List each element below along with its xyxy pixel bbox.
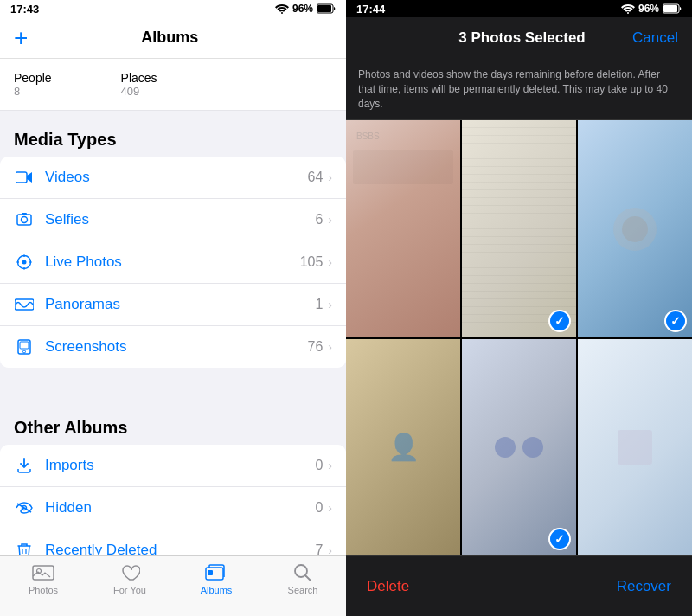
svg-line-26: [306, 576, 311, 581]
imports-label: Imports: [45, 457, 315, 474]
panoramas-label: Panoramas: [45, 296, 315, 313]
recently-deleted-chevron: ›: [328, 543, 332, 555]
svg-rect-15: [20, 342, 29, 349]
photos-tab-icon: [32, 563, 54, 582]
hidden-label: Hidden: [45, 499, 315, 517]
album-item-imports[interactable]: Imports 0 ›: [0, 445, 346, 487]
media-types-list: Videos 64 › Selfies 6 ›: [0, 157, 346, 368]
svg-rect-24: [208, 570, 213, 575]
for-you-tab-label: For You: [113, 585, 146, 595]
selection-badge-3: ✓: [664, 310, 687, 332]
warning-banner: Photos and videos show the days remainin…: [346, 59, 692, 120]
albums-scroll[interactable]: People 8 Places 409 Media Types Videos: [0, 59, 346, 555]
status-icons-left: 96%: [275, 3, 336, 15]
svg-point-8: [22, 260, 27, 265]
tab-bar: Photos For You Albums Search: [0, 555, 346, 616]
photo-cell-3[interactable]: ✓: [578, 120, 692, 337]
places-label: Places: [121, 71, 157, 85]
imports-icon: [14, 455, 35, 476]
people-places-row: People 8 Places 409: [0, 59, 346, 111]
svg-point-0: [281, 12, 283, 14]
people-count: 8: [14, 85, 52, 98]
selfies-label: Selfies: [45, 211, 315, 228]
people-label: People: [14, 71, 52, 85]
svg-rect-29: [663, 5, 677, 12]
photos-tab-label: Photos: [29, 585, 58, 595]
tab-for-you[interactable]: For You: [86, 563, 173, 595]
status-icons-right: 96%: [621, 3, 682, 15]
panorama-icon: [14, 294, 35, 315]
photos-selected-title: 3 Photos Selected: [458, 29, 585, 47]
selfies-chevron: ›: [328, 213, 332, 227]
videos-label: Videos: [45, 169, 308, 186]
wifi-icon-right: [621, 3, 635, 14]
svg-rect-3: [16, 172, 27, 183]
tab-photos[interactable]: Photos: [0, 563, 86, 595]
svg-point-5: [22, 217, 28, 223]
live-photos-icon: [14, 252, 35, 273]
status-bar-right: 17:44 96%: [346, 0, 692, 17]
time-left: 17:43: [10, 3, 39, 16]
photo-cell-6[interactable]: [578, 339, 692, 555]
photo-cell-1[interactable]: BSBS: [346, 120, 460, 337]
svg-rect-21: [33, 566, 54, 580]
imports-count: 0: [315, 458, 323, 473]
panoramas-count: 1: [315, 297, 323, 312]
svg-rect-6: [22, 213, 27, 215]
recover-button[interactable]: Recover: [617, 578, 671, 595]
tab-search[interactable]: Search: [260, 563, 346, 595]
for-you-tab-icon: [119, 563, 140, 582]
albums-title: Albums: [141, 29, 198, 47]
panoramas-chevron: ›: [328, 298, 332, 311]
videos-count: 64: [308, 170, 324, 185]
delete-button[interactable]: Delete: [367, 578, 409, 595]
selfie-icon: [14, 209, 35, 230]
add-album-button[interactable]: +: [14, 26, 28, 50]
status-bar-left: 17:43 96%: [0, 0, 346, 17]
album-item-recently-deleted[interactable]: Recently Deleted 7 ›: [0, 529, 346, 555]
video-icon: [14, 167, 35, 188]
people-item[interactable]: People 8: [14, 71, 52, 98]
screenshots-count: 76: [308, 339, 324, 355]
photo-grid[interactable]: BSBS ✓ ✓ 👤: [346, 120, 692, 555]
album-item-videos[interactable]: Videos 64 ›: [0, 157, 346, 199]
albums-tab-label: Albums: [201, 585, 233, 595]
svg-point-16: [23, 350, 26, 353]
battery-right: 96%: [638, 3, 659, 15]
places-count: 409: [121, 85, 157, 98]
photo-cell-2[interactable]: ✓: [462, 120, 576, 337]
albums-tab-icon: [205, 563, 227, 582]
hidden-icon: [14, 497, 35, 518]
action-bar: Delete Recover: [346, 555, 692, 616]
recently-deleted-label: Recently Deleted: [45, 542, 315, 555]
places-item[interactable]: Places 409: [121, 71, 157, 98]
search-tab-icon: [293, 563, 312, 582]
album-item-panoramas[interactable]: Panoramas 1 ›: [0, 284, 346, 326]
nav-bar-left: + Albums: [0, 17, 346, 59]
other-albums-list: Imports 0 › Hidden 0 ›: [0, 445, 346, 555]
svg-rect-2: [317, 5, 331, 12]
battery-icon-left: [317, 3, 336, 14]
cancel-button[interactable]: Cancel: [632, 29, 678, 47]
left-panel: 17:43 96% + Albums People 8: [0, 0, 346, 616]
wifi-icon: [275, 3, 289, 14]
album-item-hidden[interactable]: Hidden 0 ›: [0, 487, 346, 529]
selection-badge-5: ✓: [548, 528, 571, 550]
svg-rect-13: [15, 299, 34, 310]
hidden-chevron: ›: [328, 501, 332, 515]
battery-icon-right: [663, 3, 682, 14]
live-photos-chevron: ›: [328, 255, 332, 269]
album-item-screenshots[interactable]: Screenshots 76 ›: [0, 326, 346, 368]
nav-bar-right: 3 Photos Selected Cancel: [346, 17, 692, 59]
section-gap-1: [0, 368, 346, 399]
svg-point-27: [627, 12, 629, 14]
photo-cell-4[interactable]: 👤: [346, 339, 460, 555]
selfies-count: 6: [315, 212, 323, 228]
live-photos-label: Live Photos: [45, 253, 300, 271]
tab-albums[interactable]: Albums: [173, 563, 260, 595]
recently-deleted-count: 7: [315, 542, 323, 555]
album-item-selfies[interactable]: Selfies 6 ›: [0, 199, 346, 241]
album-item-live-photos[interactable]: Live Photos 105 ›: [0, 241, 346, 284]
photo-cell-5[interactable]: ✓: [462, 339, 576, 555]
right-panel: 17:44 96% 3 Photos Selected Cancel Photo…: [346, 0, 692, 616]
